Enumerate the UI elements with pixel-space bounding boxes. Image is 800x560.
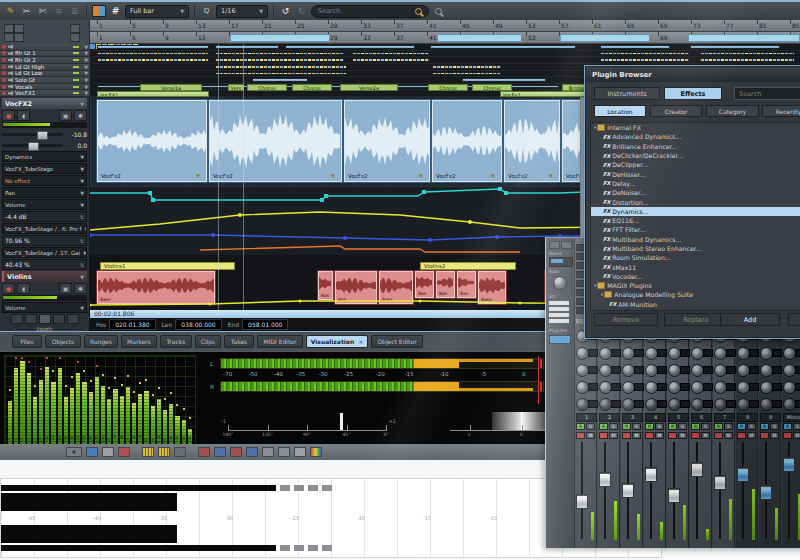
- chevron-down-icon[interactable]: ▼: [84, 90, 88, 96]
- song-part-marker[interactable]: Chorus: [292, 84, 332, 91]
- plugin-list-item[interactable]: FXDeClicker/DeCrackler...: [591, 151, 800, 160]
- plugin-list-item[interactable]: FXBrilliance Enhancer...: [591, 142, 800, 151]
- audio-clip[interactable]: [215, 65, 347, 69]
- violins-track-header[interactable]: Violins▼: [2, 271, 87, 282]
- audio-clip[interactable]: [432, 72, 502, 76]
- record-dot-icon[interactable]: [2, 58, 6, 62]
- settings-gear-icon[interactable]: ✱: [74, 283, 87, 294]
- plugin-list-item[interactable]: ▾Internal FX: [591, 123, 800, 132]
- record-button[interactable]: [622, 432, 631, 439]
- browser-button-close[interactable]: Close: [788, 313, 800, 326]
- undo-button[interactable]: ↺: [279, 5, 292, 18]
- plugin-list-item[interactable]: FXDynamics...: [591, 207, 800, 216]
- phase-correlation-display[interactable]: -1 +1 180°135°90°45°0°: [228, 412, 386, 442]
- gain-knob[interactable]: [553, 276, 567, 290]
- plugin-slot-3[interactable]: No effect▼: [2, 175, 87, 186]
- vocfx2-object[interactable]: VocFx2◆: [344, 100, 430, 182]
- automation-param-volume[interactable]: Volume▼: [2, 199, 87, 210]
- mute-button[interactable]: M: [724, 432, 733, 439]
- bar-ruler[interactable]: 1591317212529333741454953576165697377818…: [0, 20, 800, 32]
- solo-button[interactable]: S: [770, 423, 779, 430]
- record-button[interactable]: [760, 432, 769, 439]
- tab-visualization[interactable]: Visualization×: [306, 335, 368, 348]
- audio-clip[interactable]: [600, 58, 690, 62]
- browser-filter-recently-used[interactable]: Recently Used: [762, 105, 800, 117]
- browser-tab-effects[interactable]: Effects: [664, 87, 722, 100]
- peak-meter[interactable]: L -70-50-40-35-30-25-20-15-10-50 R: [210, 357, 544, 392]
- plugin-list-item[interactable]: FXMultiband Dynamics...: [591, 235, 800, 244]
- chevron-down-icon[interactable]: ▼: [84, 70, 88, 76]
- plugin-list-item[interactable]: ▾Analogue Modelling Suite: [591, 290, 800, 299]
- fx-object[interactable]: VocFX1: [97, 91, 209, 97]
- mute-button[interactable]: M: [655, 432, 664, 439]
- snap-value-dropdown[interactable]: Full bar▼: [125, 5, 189, 18]
- audio-clip[interactable]: [432, 65, 502, 69]
- draw-tool-icon[interactable]: ✎: [4, 5, 17, 18]
- folder-expand-icon[interactable]: ▾: [601, 292, 603, 297]
- gain-slider[interactable]: -10.8: [2, 129, 87, 139]
- grid-option-icon[interactable]: [4, 33, 14, 42]
- audio-clip[interactable]: [97, 45, 209, 49]
- eq-mini-fader[interactable]: [549, 313, 569, 317]
- plugin-browser-titlebar[interactable]: Plugin Browser: [586, 67, 800, 82]
- fader-cap[interactable]: [576, 494, 588, 509]
- speaker-icon[interactable]: [8, 65, 13, 69]
- song-part-marker[interactable]: Verse2a: [340, 84, 398, 91]
- chevron-down-icon[interactable]: ▼: [84, 84, 88, 90]
- preset-arrow-icon[interactable]: ▼: [66, 447, 82, 457]
- settings-gear-icon[interactable]: ✱: [74, 110, 87, 121]
- record-ready-button[interactable]: R: [783, 423, 792, 430]
- solo-button[interactable]: S: [747, 423, 756, 430]
- record-dot-icon[interactable]: [2, 71, 6, 75]
- grid-option-icon[interactable]: [14, 24, 24, 33]
- browser-filter-creator[interactable]: Creator: [650, 105, 702, 117]
- record-button[interactable]: [783, 432, 792, 439]
- edit-cursor[interactable]: [243, 44, 244, 310]
- audio-clip[interactable]: [462, 78, 546, 82]
- record-button[interactable]: [691, 432, 700, 439]
- record-button[interactable]: [599, 432, 608, 439]
- plugin-mini-slot[interactable]: [549, 335, 571, 344]
- record-ready-button[interactable]: R: [622, 423, 631, 430]
- zoom-tool-icon[interactable]: [432, 5, 445, 18]
- record-dot-icon[interactable]: [2, 65, 6, 69]
- tab-takes[interactable]: Takes: [224, 335, 254, 348]
- tab-midi-editor[interactable]: MIDI Editor: [257, 335, 303, 348]
- track-options-icon[interactable]: [70, 33, 80, 42]
- eq-mini-fader[interactable]: [549, 301, 569, 305]
- meter-style-2-icon[interactable]: [158, 447, 170, 457]
- pan-slider[interactable]: 0.0: [2, 140, 87, 150]
- record-ready-button[interactable]: R: [714, 423, 723, 430]
- audio-clip[interactable]: [352, 52, 430, 56]
- audio-clip[interactable]: [215, 58, 345, 62]
- meter-style-1-icon[interactable]: [142, 447, 154, 457]
- vocfx2-object[interactable]: VocFx2◆: [209, 100, 342, 182]
- eq-mini-fader[interactable]: [549, 319, 569, 323]
- record-ready-button[interactable]: R: [737, 423, 746, 430]
- mute-button[interactable]: ◖: [17, 283, 30, 294]
- end-value[interactable]: 058.01.000: [242, 319, 288, 330]
- eq-mini-fader[interactable]: [549, 307, 569, 311]
- rotate-blue-icon[interactable]: [214, 447, 226, 457]
- range-ruler[interactable]: 1591317212529333741454953576165697377818…: [0, 32, 800, 44]
- record-button[interactable]: [645, 432, 654, 439]
- mute-button[interactable]: M: [770, 432, 779, 439]
- audio-clip[interactable]: [252, 78, 308, 82]
- folder-expand-icon[interactable]: ▾: [594, 125, 596, 130]
- audio-clip[interactable]: [700, 52, 795, 56]
- tab-markers[interactable]: Markers: [121, 335, 157, 348]
- solo-button[interactable]: S: [701, 423, 710, 430]
- speaker-icon[interactable]: [8, 91, 13, 95]
- plugin-list-item[interactable]: FXEQ116...: [591, 216, 800, 225]
- fader-cap[interactable]: [622, 483, 634, 498]
- audio-clip[interactable]: [352, 58, 430, 62]
- plugin-list-item[interactable]: FXRoom Simulation...: [591, 253, 800, 262]
- solo-button[interactable]: S: [632, 423, 641, 430]
- solo-button[interactable]: S: [793, 423, 800, 430]
- monitor-button[interactable]: ▣: [59, 110, 72, 121]
- plugin-list-item[interactable]: FXDeHisser...: [591, 169, 800, 178]
- redo-button[interactable]: ↻: [295, 5, 308, 18]
- track-header[interactable]: VocFX1▼: [0, 90, 90, 97]
- plugin-slot-1[interactable]: Dynamics▼: [2, 151, 87, 162]
- grid-view-icon[interactable]: [102, 447, 114, 457]
